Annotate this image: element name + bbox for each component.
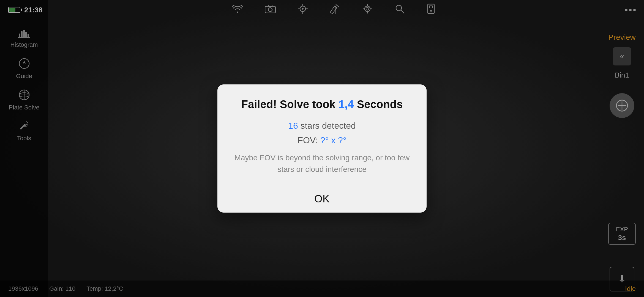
title-suffix: Seconds [354,98,403,110]
stars-label: stars detected [298,121,356,131]
modal-overlay: Failed! Solve took 1,4 Seconds 16 stars … [0,0,644,297]
dialog-body: 16 stars detected FOV: ?° x ?° Maybe FOV… [231,120,413,175]
title-prefix: Failed! Solve took [241,98,339,110]
note-text: Maybe FOV is beyond the solving range, o… [231,152,413,175]
fov-line: FOV: ?° x ?° [231,134,413,147]
title-time: 1,4 [339,98,354,110]
ok-button[interactable]: OK [217,185,427,213]
stars-line: 16 stars detected [231,120,413,132]
dialog: Failed! Solve took 1,4 Seconds 16 stars … [217,84,427,213]
fov-label: FOV: [298,135,320,145]
stars-count: 16 [288,121,298,131]
dialog-content: Failed! Solve took 1,4 Seconds 16 stars … [217,84,427,185]
dialog-title: Failed! Solve took 1,4 Seconds [231,98,413,111]
fov-value: ?° x ?° [320,135,346,145]
